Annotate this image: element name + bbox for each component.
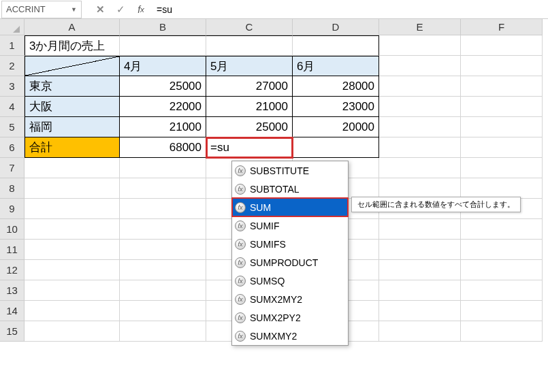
col-header-d[interactable]: D: [293, 19, 379, 35]
cell-f8[interactable]: [461, 178, 543, 199]
cell-d2[interactable]: 6月: [293, 56, 379, 76]
cell-f7[interactable]: [461, 158, 543, 178]
autocomplete-item-sumxmy2[interactable]: fxSUMXMY2: [232, 327, 348, 345]
row-header-11[interactable]: 11: [0, 240, 25, 260]
formula-input[interactable]: [151, 1, 548, 18]
cell-c4[interactable]: 21000: [206, 97, 293, 117]
cell-b13[interactable]: [120, 280, 206, 301]
cell-f6[interactable]: [461, 137, 543, 158]
cell-f1[interactable]: [461, 35, 543, 56]
cell-d4[interactable]: 23000: [293, 97, 379, 117]
cell-e13[interactable]: [379, 280, 461, 301]
name-box-dropdown-icon[interactable]: ▼: [71, 6, 77, 13]
row-header-12[interactable]: 12: [0, 260, 25, 280]
select-all-corner[interactable]: [0, 19, 25, 35]
cell-b2[interactable]: 4月: [120, 56, 206, 76]
row-header-15[interactable]: 15: [0, 321, 25, 342]
cell-c3[interactable]: 27000: [206, 76, 293, 97]
col-header-a[interactable]: A: [25, 19, 120, 35]
row-header-6[interactable]: 6: [0, 137, 25, 158]
cell-e5[interactable]: [379, 117, 461, 137]
row-header-5[interactable]: 5: [0, 117, 25, 137]
cell-f13[interactable]: [461, 280, 543, 301]
row-header-7[interactable]: 7: [0, 158, 25, 178]
cell-a2[interactable]: [25, 56, 120, 76]
cell-e1[interactable]: [379, 35, 461, 56]
cell-e15[interactable]: [379, 321, 461, 342]
cell-a15[interactable]: [25, 321, 120, 342]
cell-e11[interactable]: [379, 240, 461, 260]
cell-b10[interactable]: [120, 219, 206, 240]
cell-d1[interactable]: [293, 35, 379, 56]
cell-b14[interactable]: [120, 301, 206, 321]
col-header-c[interactable]: C: [206, 19, 293, 35]
row-header-10[interactable]: 10: [0, 219, 25, 240]
cell-a13[interactable]: [25, 280, 120, 301]
autocomplete-item-sumx2my2[interactable]: fxSUMX2MY2: [232, 290, 348, 308]
autocomplete-item-sumif[interactable]: fxSUMIF: [232, 216, 348, 235]
cell-a1[interactable]: 3か月間の売上: [25, 35, 120, 56]
cell-f2[interactable]: [461, 56, 543, 76]
cell-a8[interactable]: [25, 178, 120, 199]
row-header-9[interactable]: 9: [0, 199, 25, 219]
autocomplete-item-sumproduct[interactable]: fxSUMPRODUCT: [232, 253, 348, 272]
cell-f15[interactable]: [461, 321, 543, 342]
autocomplete-item-sum[interactable]: fxSUM: [232, 198, 348, 216]
cell-e2[interactable]: [379, 56, 461, 76]
cell-a11[interactable]: [25, 240, 120, 260]
col-header-b[interactable]: B: [120, 19, 206, 35]
cell-a5[interactable]: 福岡: [25, 117, 120, 137]
autocomplete-item-sumx2py2[interactable]: fxSUMX2PY2: [232, 308, 348, 327]
cell-e14[interactable]: [379, 301, 461, 321]
cell-b6[interactable]: 68000: [120, 137, 206, 158]
cell-d3[interactable]: 28000: [293, 76, 379, 97]
cell-f5[interactable]: [461, 117, 543, 137]
cell-a12[interactable]: [25, 260, 120, 280]
cell-c5[interactable]: 25000: [206, 117, 293, 137]
cell-b15[interactable]: [120, 321, 206, 342]
cell-e10[interactable]: [379, 219, 461, 240]
cell-b3[interactable]: 25000: [120, 76, 206, 97]
row-header-13[interactable]: 13: [0, 280, 25, 301]
cell-d5[interactable]: 20000: [293, 117, 379, 137]
cell-e12[interactable]: [379, 260, 461, 280]
row-header-1[interactable]: 1: [0, 35, 25, 56]
cell-f14[interactable]: [461, 301, 543, 321]
cell-f12[interactable]: [461, 260, 543, 280]
cell-f11[interactable]: [461, 240, 543, 260]
row-header-3[interactable]: 3: [0, 76, 25, 97]
autocomplete-item-subtotal[interactable]: fxSUBTOTAL: [232, 180, 348, 198]
cell-d6[interactable]: [293, 137, 379, 158]
cell-b7[interactable]: [120, 158, 206, 178]
cell-a6[interactable]: 合計: [25, 137, 120, 158]
cell-b5[interactable]: 21000: [120, 117, 206, 137]
cell-b4[interactable]: 22000: [120, 97, 206, 117]
autocomplete-item-sumsq[interactable]: fxSUMSQ: [232, 272, 348, 290]
col-header-f[interactable]: F: [461, 19, 543, 35]
cell-e3[interactable]: [379, 76, 461, 97]
cell-a4[interactable]: 大阪: [25, 97, 120, 117]
cell-f3[interactable]: [461, 76, 543, 97]
cell-f4[interactable]: [461, 97, 543, 117]
cell-b8[interactable]: [120, 178, 206, 199]
enter-button[interactable]: ✓: [110, 1, 131, 18]
fx-button[interactable]: fx: [131, 1, 151, 18]
cell-c6-editing[interactable]: =su: [206, 137, 293, 158]
cell-e8[interactable]: [379, 178, 461, 199]
row-header-14[interactable]: 14: [0, 301, 25, 321]
autocomplete-item-sumifs[interactable]: fxSUMIFS: [232, 235, 348, 253]
cell-b12[interactable]: [120, 260, 206, 280]
formula-autocomplete-list[interactable]: fxSUBSTITUTEfxSUBTOTALfxSUMfxSUMIFfxSUMI…: [231, 161, 349, 346]
row-header-2[interactable]: 2: [0, 56, 25, 76]
name-box[interactable]: ACCRINT ▼: [1, 1, 82, 18]
cell-a9[interactable]: [25, 199, 120, 219]
cell-a3[interactable]: 東京: [25, 76, 120, 97]
row-header-8[interactable]: 8: [0, 178, 25, 199]
cell-a10[interactable]: [25, 219, 120, 240]
cell-b9[interactable]: [120, 199, 206, 219]
cell-e7[interactable]: [379, 158, 461, 178]
cell-c1[interactable]: [206, 35, 293, 56]
cell-e6[interactable]: [379, 137, 461, 158]
cell-a14[interactable]: [25, 301, 120, 321]
cell-a7[interactable]: [25, 158, 120, 178]
